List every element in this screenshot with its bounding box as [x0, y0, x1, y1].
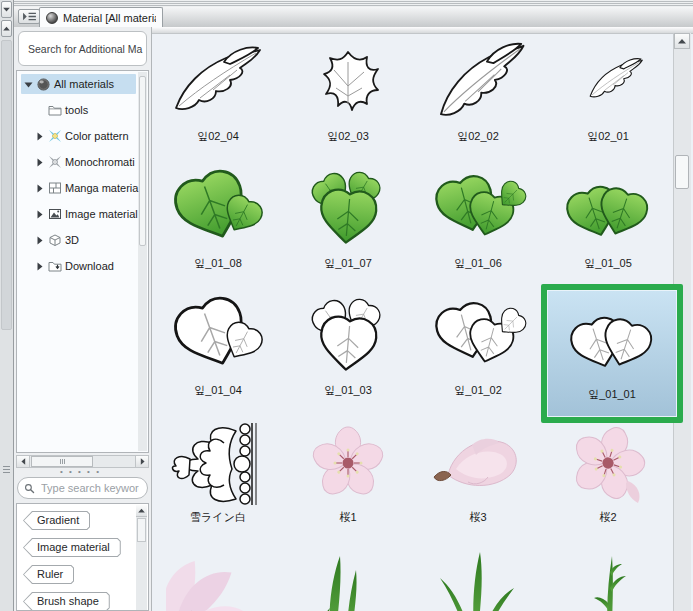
tag-scroll-up-button[interactable]: [136, 505, 147, 517]
dock-collapse-down-button[interactable]: [1, 1, 12, 18]
material-tree-column: Search for Additional Ma All materialsto…: [14, 27, 151, 611]
tree-expander-collapsed-icon[interactable]: [34, 131, 44, 141]
material-item[interactable]: [153, 546, 283, 611]
material-label: 桜1: [339, 509, 356, 525]
panel-resize-handle[interactable]: • • • • •: [14, 469, 147, 475]
material-item-selected[interactable]: 잎_01_01: [541, 284, 683, 423]
material-label: 잎_01_06: [454, 255, 502, 271]
tag-label: Brush shape: [37, 595, 99, 607]
material-label: 잎02_01: [587, 128, 629, 144]
tree-item-color-pattern[interactable]: Color pattern: [17, 123, 148, 149]
tree-item-label: Download: [65, 260, 114, 272]
search-keywords-input[interactable]: [39, 481, 141, 495]
material-label: 잎02_02: [457, 128, 499, 144]
material-tree: All materialstoolsColor patternMonochrom…: [16, 70, 149, 453]
grass-fan-thumbnail: [422, 546, 534, 611]
flower-partial-thumbnail: [162, 546, 274, 611]
tree-expander-collapsed-icon[interactable]: [34, 183, 44, 193]
arrow-right-icon: [140, 458, 145, 465]
material-item[interactable]: 雪ライン白: [153, 419, 283, 546]
tree-expander-collapsed-icon[interactable]: [34, 261, 44, 271]
material-item[interactable]: 잎_01_08: [153, 165, 283, 292]
material-item[interactable]: 桜3: [413, 419, 543, 546]
dock-collapse-up-button[interactable]: [1, 20, 12, 37]
tab-material-all-materials[interactable]: Material [All materials]: [39, 7, 163, 27]
leaf-white-2-thumbnail: [292, 292, 404, 382]
dock-scrollbar-thumb[interactable]: [1, 40, 12, 330]
material-grid: 잎02_04잎02_03잎02_02잎02_01잎_01_08잎_01_07잎_…: [153, 38, 673, 611]
tree-item-image-material[interactable]: Image material: [17, 201, 148, 227]
material-item[interactable]: 잎02_02: [413, 38, 543, 165]
material-item[interactable]: 잎_01_05: [543, 165, 673, 292]
material-sphere-icon: [46, 12, 58, 24]
material-item[interactable]: [413, 546, 543, 611]
grid-scroll-up-button[interactable]: [674, 33, 690, 49]
image-material-icon: [47, 207, 62, 222]
tree-scrollbar-thumb[interactable]: [139, 76, 146, 246]
tree-expander-collapsed-icon[interactable]: [34, 157, 44, 167]
palette-menu-button[interactable]: [18, 9, 40, 24]
tag-vertical-scrollbar[interactable]: [136, 505, 147, 610]
tree-item-tools[interactable]: tools: [17, 97, 148, 123]
tree-item-download[interactable]: Download: [17, 253, 148, 279]
color-pattern-icon: [47, 129, 62, 144]
material-item[interactable]: 잎02_03: [283, 38, 413, 165]
tag-label: Image material: [37, 541, 110, 553]
horizontal-scrollbar-thumb[interactable]: [31, 456, 93, 467]
palette-tab-bar: Material [All materials]: [14, 7, 693, 28]
material-item[interactable]: 잎_01_04: [153, 292, 283, 419]
tree-item-label: All materials: [54, 78, 114, 90]
scroll-right-button[interactable]: [135, 456, 148, 467]
material-label: 잎02_04: [197, 128, 239, 144]
tree-item-label: 3D: [65, 234, 79, 246]
grid-scrollbar-thumb[interactable]: [675, 155, 689, 189]
tag-gradient[interactable]: Gradient: [23, 511, 90, 530]
material-item[interactable]: 잎02_01: [543, 38, 673, 165]
tab-title: Material [All materials]: [63, 12, 156, 24]
tree-expander-collapsed-icon[interactable]: [34, 209, 44, 219]
tree-item-label: Color pattern: [65, 130, 129, 142]
material-label: 雪ライン白: [190, 509, 246, 525]
material-item[interactable]: 잎02_04: [153, 38, 283, 165]
material-item[interactable]: 桜2: [543, 419, 673, 546]
tag-scrollbar-thumb[interactable]: [137, 518, 146, 542]
material-item[interactable]: [283, 546, 413, 611]
leaf-white-1-thumbnail: [162, 292, 274, 382]
tree-item-all-materials[interactable]: All materials: [17, 71, 148, 97]
cube-3d-icon: [47, 233, 62, 248]
material-item[interactable]: 잎_01_02: [413, 292, 543, 419]
leaf-line-palm-thumbnail: [292, 38, 404, 128]
leaf-line-swoosh-1-thumbnail: [162, 38, 274, 128]
sakura-front-thumbnail: [292, 419, 404, 509]
tag-label: Ruler: [37, 568, 63, 580]
leaf-line-swoosh-2-thumbnail: [422, 38, 534, 128]
tree-item-monochromatic-pattern[interactable]: Monochromati: [17, 149, 148, 175]
leaf-green-3-thumbnail: [422, 165, 534, 255]
arrow-up-icon: [678, 38, 686, 44]
tag-image-material[interactable]: Image material: [23, 538, 121, 557]
tag-ruler[interactable]: Ruler: [23, 565, 74, 584]
search-additional-materials-button[interactable]: Search for Additional Ma: [18, 31, 147, 66]
material-item[interactable]: 잎_01_03: [283, 292, 413, 419]
tree-vertical-scrollbar[interactable]: [138, 72, 147, 451]
expander-spacer: [34, 105, 44, 115]
tree-item-manga-material[interactable]: Manga materia: [17, 175, 148, 201]
tree-item-3d[interactable]: 3D: [17, 227, 148, 253]
sakura-three-quarter-thumbnail: [552, 419, 664, 509]
tag-list: GradientImage materialRulerBrush shape: [23, 508, 134, 611]
tree-expander-expanded-icon[interactable]: [23, 79, 33, 89]
material-item[interactable]: 桜1: [283, 419, 413, 546]
dock-resize-grip[interactable]: [3, 464, 10, 475]
tag-brush-shape[interactable]: Brush shape: [23, 592, 110, 611]
palette-menu-icon: [22, 11, 37, 22]
leaf-green-1-thumbnail: [162, 165, 274, 255]
material-item[interactable]: [543, 546, 673, 611]
palette-drag-bar[interactable]: [14, 0, 693, 7]
material-item[interactable]: 잎_01_07: [283, 165, 413, 292]
chevron-down-icon: [3, 7, 10, 12]
scroll-left-button[interactable]: [17, 456, 30, 467]
search-icon: [24, 482, 35, 495]
folder-icon: [47, 103, 62, 118]
material-item[interactable]: 잎_01_06: [413, 165, 543, 292]
tree-expander-collapsed-icon[interactable]: [34, 235, 44, 245]
